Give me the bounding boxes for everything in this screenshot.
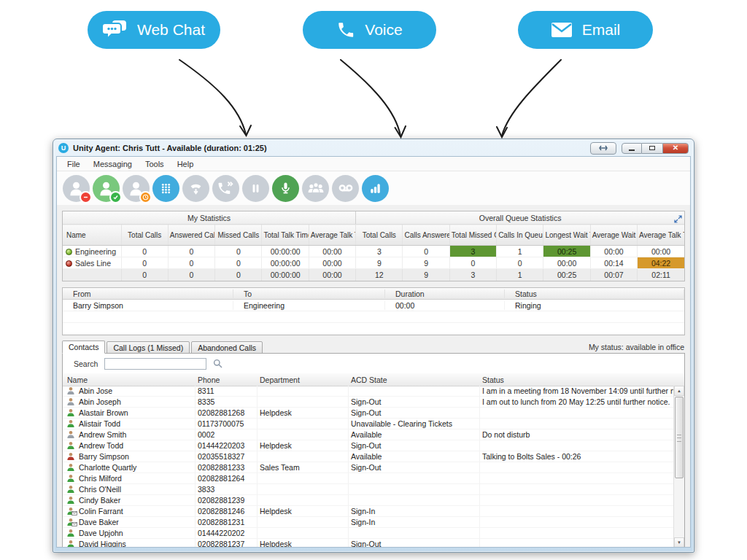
unity-agent-window: U Unity Agent: Chris Tutt - Available (d… bbox=[53, 139, 694, 553]
stats-row[interactable]: Sales Line00000:00:0000:00990000:0000:14… bbox=[63, 257, 684, 269]
answer-call-icon bbox=[187, 179, 205, 198]
maximize-button[interactable] bbox=[642, 143, 662, 154]
contacts-scrollbar[interactable]: ▲ ▼ bbox=[673, 386, 684, 548]
envelope-badge-icon bbox=[71, 511, 77, 516]
hold-call-button[interactable] bbox=[242, 175, 269, 202]
tab-abandoned-calls[interactable]: Abandoned Calls bbox=[191, 341, 263, 354]
agent-unavailable-button[interactable] bbox=[63, 175, 90, 202]
contacts-column-header: Phone bbox=[196, 376, 258, 384]
agent-wrapup-button[interactable] bbox=[123, 175, 150, 202]
contact-department bbox=[258, 429, 349, 440]
dialpad-button[interactable] bbox=[152, 175, 179, 202]
expand-stats-icon[interactable] bbox=[674, 213, 682, 226]
contact-name-cell: Barry Simpson bbox=[63, 451, 196, 462]
close-button[interactable]: ✕ bbox=[662, 143, 689, 154]
channel-button-label: Voice bbox=[365, 21, 402, 39]
contact-row[interactable]: Barry Simpson 02035518327 Available Talk… bbox=[63, 451, 673, 462]
stats-column-header: Total Calls bbox=[356, 225, 403, 246]
transfer-call-button[interactable] bbox=[212, 175, 239, 202]
menu-item-tools[interactable]: Tools bbox=[139, 160, 171, 168]
tab-bar: ContactsCall Logs (1 Missed)Abandoned Ca… bbox=[62, 341, 685, 354]
stats-column-header: Calls In Queue bbox=[497, 225, 543, 246]
contact-row[interactable]: Alastair Brown 02082881268 Helpdesk Sign… bbox=[63, 408, 673, 419]
contact-acd-state: Available bbox=[349, 429, 480, 440]
minimize-button[interactable] bbox=[622, 143, 642, 154]
reports-button[interactable] bbox=[362, 175, 389, 202]
contact-phone: 02082881264 bbox=[196, 473, 258, 483]
contact-row[interactable]: David Higgins 02082881237 Helpdesk Sign-… bbox=[63, 539, 673, 548]
contact-name-cell: Chris O'Neill bbox=[63, 484, 196, 494]
contacts-panel: Search NamePhoneDepartmentACD StateStatu… bbox=[62, 353, 685, 548]
channel-button-label: Email bbox=[582, 21, 621, 39]
stats-cell: 00:00:00 bbox=[262, 246, 309, 257]
contact-phone: 02082881231 bbox=[196, 517, 258, 527]
contact-name-cell: David Higgins bbox=[63, 539, 196, 548]
contact-department: Helpdesk bbox=[258, 506, 349, 516]
contact-row[interactable]: Abin Jose 8311 I am in a meeting from 18… bbox=[63, 386, 673, 397]
call-cell: Ringing bbox=[505, 301, 684, 310]
stats-total-cell: 00:00:00 bbox=[262, 269, 309, 281]
transfer-call-icon bbox=[217, 179, 235, 198]
conference-button[interactable] bbox=[302, 175, 329, 202]
contact-acd-state: Sign-Out bbox=[349, 539, 480, 548]
calls-column-header: To bbox=[233, 289, 385, 298]
call-row[interactable]: Barry SimpsonEngineering00:00Ringing bbox=[63, 300, 684, 311]
contact-name: Andrew Todd bbox=[79, 441, 123, 450]
contact-row[interactable]: Andrew Smith 0002 Available Do not distu… bbox=[63, 429, 673, 440]
call-row-empty bbox=[63, 311, 684, 323]
app-logo-icon: U bbox=[58, 143, 69, 153]
menu-item-file[interactable]: File bbox=[61, 160, 87, 168]
stats-cell: 00:00 bbox=[638, 246, 684, 257]
title-bar[interactable]: U Unity Agent: Chris Tutt - Available (d… bbox=[53, 139, 694, 156]
tab-contacts[interactable]: Contacts bbox=[62, 341, 105, 354]
tab-call-logs-1-missed-[interactable]: Call Logs (1 Missed) bbox=[107, 341, 190, 354]
voicemail-button[interactable] bbox=[332, 175, 359, 202]
contact-row[interactable]: Dave Upjohn 01444220202 bbox=[63, 528, 673, 539]
scroll-down-icon[interactable]: ▼ bbox=[674, 537, 684, 548]
contact-name: Colin Farrant bbox=[79, 507, 123, 516]
contact-row[interactable]: Colin Farrant 02082881246 Helpdesk Sign-… bbox=[63, 506, 673, 517]
menu-bar: FileMessagingToolsHelp bbox=[57, 157, 690, 171]
contact-row[interactable]: Abin Joseph 8335 Sign-Out I am out to lu… bbox=[63, 397, 673, 408]
scroll-up-icon[interactable]: ▲ bbox=[674, 386, 684, 396]
contact-status bbox=[480, 506, 673, 516]
contacts-header: NamePhoneDepartmentACD StateStatus bbox=[63, 373, 684, 386]
stats-row[interactable]: Engineering00000:00:0000:00303100:2500:0… bbox=[63, 246, 684, 257]
stats-column-header: Answered Calls bbox=[168, 225, 214, 246]
menu-item-help[interactable]: Help bbox=[171, 160, 201, 168]
contact-row[interactable]: Andrew Todd 01444220203 Helpdesk Sign-Ou… bbox=[63, 440, 673, 451]
menu-item-messaging[interactable]: Messaging bbox=[87, 160, 139, 168]
contact-name: Cindy Baker bbox=[79, 496, 120, 505]
contact-acd-state bbox=[349, 495, 480, 505]
contact-name: Abin Joseph bbox=[79, 397, 121, 406]
stats-total-cell: 0 bbox=[121, 269, 168, 281]
voice-button[interactable]: Voice bbox=[303, 11, 436, 49]
contact-row[interactable]: Cindy Baker 02082881239 bbox=[63, 495, 673, 506]
contact-phone: 3833 bbox=[196, 484, 258, 494]
email-button[interactable]: Email bbox=[518, 11, 653, 49]
contact-department bbox=[258, 386, 349, 396]
web-chat-button[interactable]: Web Chat bbox=[88, 11, 220, 49]
agent-available-button[interactable] bbox=[93, 175, 120, 202]
search-input[interactable] bbox=[104, 358, 206, 370]
scrollbar-thumb[interactable] bbox=[675, 397, 684, 478]
calls-column-header: Status bbox=[505, 289, 684, 298]
calls-header-row: FromToDurationStatus bbox=[63, 288, 684, 300]
queue-name: Engineering bbox=[63, 246, 121, 257]
contact-row[interactable]: Chris O'Neill 3833 bbox=[63, 484, 673, 495]
contact-department: Sales Team bbox=[258, 462, 349, 472]
contact-phone: 8311 bbox=[196, 386, 258, 396]
answer-call-button[interactable] bbox=[182, 175, 209, 202]
contact-row[interactable]: Alistair Todd 01173700075 Unavailable - … bbox=[63, 419, 673, 429]
record-button[interactable] bbox=[272, 175, 299, 202]
window-controls: ✕ bbox=[590, 142, 689, 155]
dock-toggle-button[interactable] bbox=[590, 142, 616, 155]
presence-green-icon bbox=[66, 419, 75, 428]
stats-column-header: Name bbox=[63, 225, 121, 246]
contact-row[interactable]: Chris Milford 02082881264 bbox=[63, 473, 673, 484]
contact-row[interactable]: Dave Baker 02082881231 Sign-In bbox=[63, 517, 673, 528]
contact-row[interactable]: Charlotte Quartly 02082881233 Sales Team… bbox=[63, 462, 673, 473]
contact-phone: 02082881237 bbox=[196, 539, 258, 548]
stats-cell: 0 bbox=[168, 246, 214, 257]
voicemail-icon bbox=[336, 179, 355, 198]
